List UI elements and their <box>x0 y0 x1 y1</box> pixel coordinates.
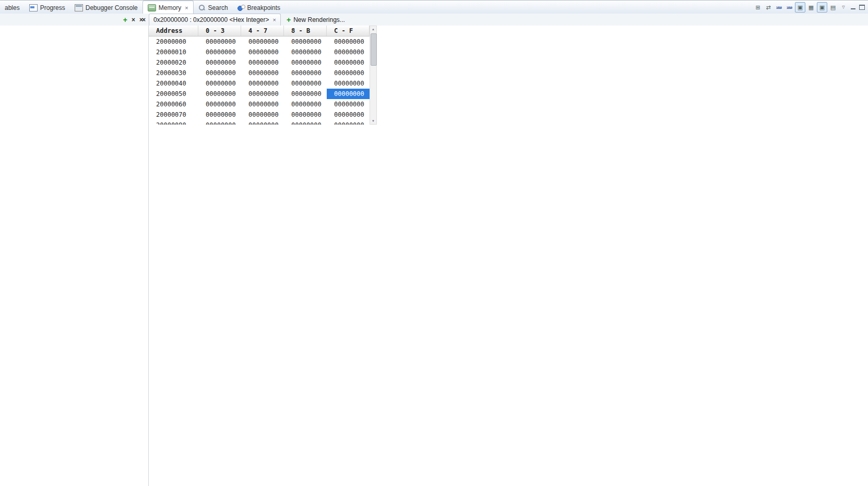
memory-cell[interactable]: 00000000 <box>241 78 284 89</box>
memory-cell[interactable]: 00000000 <box>241 99 284 110</box>
column-0-3[interactable]: 0 - 3 <box>198 26 241 36</box>
memory-row: 2000008000000000000000000000000000000000 <box>149 120 370 125</box>
memory-cell[interactable]: 00000000 <box>327 57 370 68</box>
memory-cell[interactable]: 00000000 <box>284 89 327 99</box>
memory-cell[interactable]: 00000000 <box>241 89 284 99</box>
view-menu-icon[interactable]: ▽ <box>839 3 848 12</box>
memory-cell[interactable]: 00000000 <box>241 47 284 57</box>
memory-cell[interactable]: 00000000 <box>284 78 327 89</box>
memory-row: 2000007000000000000000000000000000000000 <box>149 110 370 120</box>
bits-glyph: 1010 <box>787 6 792 9</box>
new-rendering-icon[interactable]: ▦ <box>806 3 816 12</box>
memory-cell[interactable]: 00000000 <box>198 99 241 110</box>
memory-view-toolbar: ⊞ ⇄ 1010 1010 ▣ ▦ ▣ ▤ ▽ <box>753 2 866 13</box>
rendering-tab-new[interactable]: + New Renderings... <box>282 14 350 26</box>
memory-address-cell: 20000020 <box>149 57 198 68</box>
memory-cell-selected[interactable]: 00000000 <box>327 89 370 99</box>
memory-row: 2000000000000000000000000000000000000000 <box>149 37 370 47</box>
column-8-b[interactable]: 8 - B <box>284 26 327 36</box>
memory-vscrollbar[interactable]: ▲ ▼ <box>370 26 377 125</box>
rendering-tab-monitor[interactable]: 0x20000000 : 0x20000000 <Hex Integer> × <box>149 14 281 26</box>
tab-debugger-console[interactable]: Debugger Console <box>70 1 142 14</box>
memory-cell[interactable]: 00000000 <box>198 89 241 99</box>
memory-cell[interactable]: 00000000 <box>198 68 241 78</box>
column-address[interactable]: Address <box>149 26 198 36</box>
import-memory-icon[interactable]: 1010 <box>774 3 783 12</box>
scroll-up-icon[interactable]: ▲ <box>370 26 376 32</box>
tab-search[interactable]: Search <box>194 1 233 14</box>
plus-icon: + <box>287 16 291 24</box>
tab-label: Memory <box>159 4 181 11</box>
monitor-toolbar: + × ×× <box>0 14 149 26</box>
link-renderings-icon[interactable]: ⇄ <box>764 3 773 12</box>
memory-cell[interactable]: 00000000 <box>284 37 327 47</box>
layout-dropdown-icon[interactable]: ▤ <box>828 3 838 12</box>
memory-monitors-pane[interactable] <box>0 26 149 486</box>
memory-address-cell: 20000030 <box>149 68 198 78</box>
progress-icon <box>29 4 38 11</box>
memory-cell[interactable]: 00000000 <box>241 37 284 47</box>
memory-row: 2000001000000000000000000000000000000000 <box>149 47 370 57</box>
memory-row: 2000006000000000000000000000000000000000 <box>149 99 370 110</box>
memory-row: 2000002000000000000000000000000000000000 <box>149 57 370 68</box>
export-memory-icon[interactable]: 1010 <box>784 3 794 12</box>
memory-cell[interactable]: 00000000 <box>198 110 241 120</box>
memory-address-cell: 20000010 <box>149 47 198 57</box>
memory-cell[interactable]: 00000000 <box>241 110 284 120</box>
memory-cell[interactable]: 00000000 <box>198 120 241 125</box>
memory-address-cell: 20000050 <box>149 89 198 99</box>
memory-cell[interactable]: 00000000 <box>284 47 327 57</box>
memory-cell[interactable]: 00000000 <box>241 68 284 78</box>
memory-row: 2000004000000000000000000000000000000000 <box>149 78 370 89</box>
column-c-f[interactable]: C - F <box>327 26 370 36</box>
memory-cell[interactable]: 00000000 <box>198 78 241 89</box>
close-icon[interactable]: × <box>273 17 276 23</box>
column-4-7[interactable]: 4 - 7 <box>241 26 284 36</box>
toggle-split-pane-icon[interactable]: ▣ <box>817 2 827 13</box>
rendering-tab-label: New Renderings... <box>293 16 345 23</box>
close-icon[interactable]: × <box>185 5 188 11</box>
console-icon <box>75 4 83 11</box>
remove-all-monitors-icon[interactable]: ×× <box>139 16 145 23</box>
memory-row: 2000003000000000000000000000000000000000 <box>149 68 370 78</box>
memory-cell[interactable]: 00000000 <box>327 47 370 57</box>
memory-content-area: Address 0 - 3 4 - 7 8 - B C - F 20000000… <box>0 26 868 486</box>
scroll-down-icon[interactable]: ▼ <box>370 118 376 124</box>
rendering-tab-label: 0x20000000 : 0x20000000 <Hex Integer> <box>153 16 269 23</box>
memory-cell[interactable]: 00000000 <box>327 68 370 78</box>
memory-cell[interactable]: 00000000 <box>284 57 327 68</box>
memory-cell[interactable]: 00000000 <box>284 110 327 120</box>
memory-rendering-tabrow: + × ×× 0x20000000 : 0x20000000 <Hex Inte… <box>0 14 868 26</box>
memory-address-cell: 20000040 <box>149 78 198 89</box>
memory-cell[interactable]: 00000000 <box>327 120 370 125</box>
memory-cell[interactable]: 00000000 <box>327 78 370 89</box>
tab-ables[interactable]: ables <box>0 1 25 14</box>
toggle-memory-monitors-pane-icon[interactable]: ▣ <box>795 2 805 13</box>
tab-label: Progress <box>40 4 65 11</box>
tab-progress[interactable]: Progress <box>25 1 70 14</box>
memory-cell[interactable]: 00000000 <box>327 110 370 120</box>
memory-cell[interactable]: 00000000 <box>198 47 241 57</box>
add-memory-monitor-icon[interactable]: + <box>123 16 127 24</box>
memory-row: 2000005000000000000000000000000000000000 <box>149 89 370 99</box>
remove-memory-monitor-icon[interactable]: × <box>132 16 135 23</box>
scrollbar-thumb[interactable] <box>371 33 377 66</box>
maximize-icon[interactable] <box>858 4 866 11</box>
memory-cell[interactable]: 00000000 <box>241 57 284 68</box>
new-memory-view-icon[interactable]: ⊞ <box>753 3 763 12</box>
tab-breakpoints[interactable]: Breakpoints <box>233 1 285 14</box>
memory-cell[interactable]: 00000000 <box>284 99 327 110</box>
memory-cell[interactable]: 00000000 <box>198 37 241 47</box>
memory-cell[interactable]: 00000000 <box>241 120 284 125</box>
tab-label: Debugger Console <box>86 4 138 11</box>
memory-icon <box>148 4 156 11</box>
memory-cell[interactable]: 00000000 <box>327 99 370 110</box>
memory-cell[interactable]: 00000000 <box>198 57 241 68</box>
minimize-icon[interactable] <box>849 4 857 11</box>
memory-cell[interactable]: 00000000 <box>327 37 370 47</box>
memory-cell[interactable]: 00000000 <box>284 120 327 125</box>
tab-memory[interactable]: Memory× <box>142 1 194 14</box>
memory-rows: 2000000000000000000000000000000000000000… <box>149 37 370 125</box>
memory-address-cell: 20000070 <box>149 110 198 120</box>
memory-cell[interactable]: 00000000 <box>284 68 327 78</box>
